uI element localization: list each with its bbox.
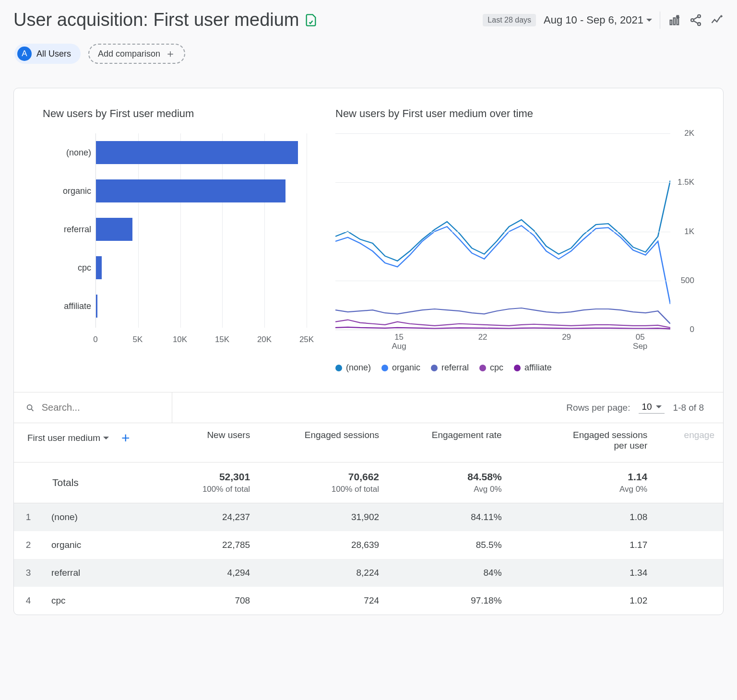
legend-label: (none) [346,363,371,373]
divider [660,12,660,29]
col-extra[interactable]: engage [656,423,723,463]
legend-item[interactable]: affiliate [514,363,552,373]
bar-x-tick: 25K [299,335,314,344]
bar-x-tick: 20K [257,335,272,344]
legend-item[interactable]: cpc [479,363,503,373]
cell-eng-per-user: 1.17 [511,531,656,559]
add-comparison-label: Add comparison [98,49,160,59]
bar-x-tick: 15K [215,335,229,344]
table-row[interactable]: 4cpc70872497.18%1.02 [14,587,723,615]
legend-item[interactable]: (none) [335,363,371,373]
line-series [335,327,670,329]
chevron-down-icon [656,405,662,408]
rows-per-page-label: Rows per page: [566,403,630,413]
col-engaged-sessions[interactable]: Engaged sessions [259,423,388,463]
date-range-text: Aug 10 - Sep 6, 2021 [544,14,643,26]
bar-x-tick: 0 [93,335,97,344]
dimension-selector[interactable]: First user medium [27,433,109,443]
line-y-tick: 1K [684,227,694,237]
svg-rect-1 [674,18,676,24]
cell-engagement-rate: 84.11% [388,503,511,531]
search-input[interactable] [41,402,172,414]
col-eng-per-user[interactable]: Engaged sessions per user [511,423,656,463]
line-x-tick: 22 [478,333,487,342]
cell-engaged-sessions: 724 [259,587,388,615]
legend-label: affiliate [524,363,552,373]
table-row[interactable]: 3referral4,2948,22484%1.34 [14,559,723,587]
totals-label: Totals [14,463,167,503]
bar-chart[interactable]: (none)organicreferralcpcaffiliate 05K10K… [43,133,307,354]
svg-point-6 [27,404,32,409]
line-series [335,308,670,324]
date-range-picker[interactable]: Aug 10 - Sep 6, 2021 [544,14,652,26]
data-table: First user medium + New users Engaged se… [14,423,723,615]
table-row[interactable]: 1(none)24,23731,90284.11%1.08 [14,503,723,531]
cell-engaged-sessions: 8,224 [259,559,388,587]
legend-dot-icon [335,365,342,371]
bar-x-tick: 10K [173,335,187,344]
cell-new-users: 4,294 [167,559,259,587]
row-dimension: referral [43,559,167,587]
segment-badge: A [17,47,32,61]
table-search[interactable] [14,392,172,423]
add-comparison-button[interactable]: Add comparison ＋ [88,44,185,64]
legend-label: referral [441,363,469,373]
row-index: 3 [14,559,43,587]
row-dimension: cpc [43,587,167,615]
add-dimension-button[interactable]: + [121,430,130,446]
cell-engaged-sessions: 31,902 [259,503,388,531]
line-chart[interactable]: 05001K1.5K2K 15Aug222905Sep [335,133,694,354]
line-x-tick: 15Aug [392,333,406,351]
bar-category-label: affiliate [43,301,91,311]
bar-fill [96,218,132,241]
search-icon [25,403,35,413]
line-x-tick: 05Sep [633,333,647,351]
customize-report-icon[interactable] [668,13,681,27]
bar-x-tick: 5K [133,335,143,344]
line-series [335,320,670,328]
cell-engaged-sessions: 28,639 [259,531,388,559]
row-dimension: organic [43,531,167,559]
chevron-down-icon [103,437,109,439]
cell-engagement-rate: 85.5% [388,531,511,559]
cell-new-users: 708 [167,587,259,615]
rows-per-page-select[interactable]: 10 [639,402,664,414]
segment-all-users[interactable]: A All Users [14,44,81,64]
sheets-icon[interactable] [304,13,318,27]
bar-chart-title: New users by First user medium [43,107,307,120]
line-y-tick: 1.5K [678,178,694,187]
date-badge: Last 28 days [483,14,536,26]
insights-icon[interactable] [710,13,724,27]
bar-category-label: referral [43,225,91,235]
totals-row: Totals52,301100% of total70,662100% of t… [14,463,723,503]
legend-item[interactable]: organic [381,363,420,373]
row-index: 2 [14,531,43,559]
bar-category-label: cpc [43,263,91,273]
cell-engagement-rate: 97.18% [388,587,511,615]
share-icon[interactable] [689,13,702,27]
row-dimension: (none) [43,503,167,531]
totals-metric: 1.14Avg 0% [511,463,656,503]
legend-dot-icon [381,365,388,371]
bar-category-label: (none) [43,148,91,158]
table-row[interactable]: 2organic22,78528,63985.5%1.17 [14,531,723,559]
cell-new-users: 22,785 [167,531,259,559]
line-series [335,180,670,261]
line-x-tick: 29 [562,333,571,342]
cell-engagement-rate: 84% [388,559,511,587]
bar-fill [96,141,298,164]
legend-item[interactable]: referral [431,363,469,373]
col-engagement-rate[interactable]: Engagement rate [388,423,511,463]
line-y-tick: 2K [684,129,694,138]
bar-fill [96,179,285,202]
row-index: 1 [14,503,43,531]
page-title: User acquisition: First user medium [13,10,299,30]
legend-dot-icon [514,365,521,371]
cell-eng-per-user: 1.34 [511,559,656,587]
totals-metric: 70,662100% of total [259,463,388,503]
line-chart-title: New users by First user medium over time [335,107,694,120]
chevron-down-icon [646,19,652,22]
bar-fill [96,295,97,318]
line-chart-legend: (none)organicreferralcpcaffiliate [335,363,694,373]
col-new-users[interactable]: New users [167,423,259,463]
